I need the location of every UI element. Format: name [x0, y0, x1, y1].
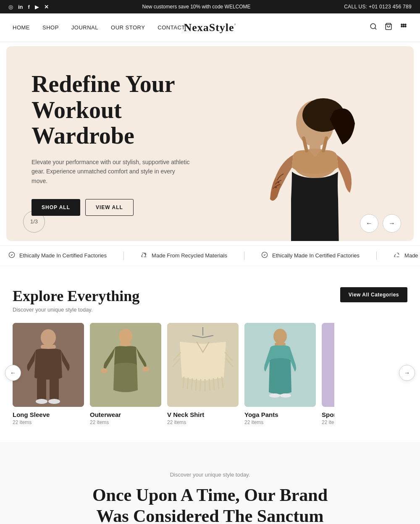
- brand-story-title: Once Upon A Time, Our Brand Was Consider…: [76, 485, 344, 524]
- facebook-icon[interactable]: f: [28, 4, 30, 10]
- svg-rect-22: [37, 377, 46, 401]
- cart-icon[interactable]: [385, 23, 392, 32]
- svg-point-29: [101, 368, 108, 373]
- svg-rect-52: [322, 323, 334, 407]
- category-count-3: 22 items: [244, 419, 316, 425]
- explore-header: Explore Everything Discover your unique …: [13, 287, 407, 313]
- search-icon[interactable]: [370, 23, 377, 32]
- top-bar: ◎ in f ▶ ✕ New customers save 10% with c…: [0, 0, 420, 13]
- hero-buttons[interactable]: SHOP ALL VIEW ALL: [32, 199, 200, 216]
- ticker-item-4: Made From Recycled Materials: [394, 252, 420, 260]
- nav-our-story[interactable]: OUR STORY: [111, 24, 145, 31]
- main-nav: HOME SHOP JOURNAL OUR STORY CONTACT Nexa…: [0, 13, 420, 42]
- svg-point-3: [401, 24, 402, 25]
- svg-point-14: [275, 186, 277, 188]
- ticker-text-3: Ethically Made In Certified Factories: [272, 252, 360, 259]
- hero-next-button[interactable]: →: [383, 214, 401, 233]
- category-img-outerwear: [90, 323, 161, 407]
- youtube-icon[interactable]: ▶: [35, 4, 39, 10]
- view-all-categories-button[interactable]: View All Categories: [340, 287, 407, 302]
- carousel-next-button[interactable]: →: [399, 365, 415, 381]
- ticker-text-2: Made From Recycled Materials: [152, 252, 227, 259]
- svg-line-34: [187, 377, 188, 389]
- category-card-yoga[interactable]: Yoga Pants 22 items: [244, 323, 316, 425]
- svg-line-35: [192, 378, 192, 390]
- category-card-outerwear[interactable]: Outerwear 22 items: [90, 323, 161, 425]
- hero-title: Redefine Your Workout Wardrobe: [32, 71, 200, 149]
- svg-line-33: [183, 377, 184, 388]
- nav-home[interactable]: HOME: [13, 24, 30, 31]
- category-card-long-sleeve[interactable]: Long Sleeve 22 items: [13, 323, 84, 425]
- category-img-yoga: [244, 323, 316, 407]
- category-card-vneck[interactable]: V Neck Shirt 22 items: [167, 323, 239, 425]
- svg-rect-21: [41, 345, 56, 349]
- category-img-sports: [322, 323, 334, 407]
- category-count-4: 22 items: [322, 419, 334, 425]
- svg-line-39: [209, 379, 210, 391]
- category-card-sports[interactable]: Sports 22 items: [322, 323, 334, 425]
- nav-icons[interactable]: [370, 23, 407, 32]
- svg-point-13: [278, 181, 279, 183]
- checkmark-icon-2: [261, 252, 268, 260]
- logo-mark: °: [234, 23, 236, 28]
- ticker-bar: Ethically Made In Certified Factories Ma…: [0, 245, 420, 266]
- category-name-4: Sports: [322, 411, 334, 418]
- linkedin-icon[interactable]: in: [18, 4, 23, 10]
- hero-title-line2: Workout Wardrobe: [32, 97, 134, 149]
- twitter-icon[interactable]: ✕: [44, 4, 49, 10]
- hero-subtitle: Elevate your performance with our stylis…: [32, 157, 191, 186]
- carousel-prev-button[interactable]: ←: [5, 365, 21, 381]
- svg-point-4: [403, 24, 404, 25]
- ticker-divider-1: [123, 252, 124, 260]
- view-all-button[interactable]: VIEW ALL: [85, 199, 134, 216]
- svg-line-1: [375, 28, 376, 29]
- ticker-item-1: Ethically Made In Certified Factories: [8, 252, 107, 260]
- shop-all-button[interactable]: SHOP ALL: [32, 199, 80, 216]
- nav-links[interactable]: HOME SHOP JOURNAL OUR STORY CONTACT: [13, 24, 185, 31]
- ticker-item-2: Made From Recycled Materials: [141, 252, 227, 260]
- category-grid: Long Sleeve 22 items: [13, 323, 407, 425]
- svg-point-7: [403, 26, 404, 27]
- promo-text: New customers save 10% with code WELCOME: [49, 4, 344, 10]
- category-count-1: 22 items: [90, 419, 161, 425]
- svg-point-5: [405, 24, 406, 25]
- nav-shop[interactable]: SHOP: [42, 24, 59, 31]
- category-count-2: 22 items: [167, 419, 239, 425]
- hero-content: Redefine Your Workout Wardrobe Elevate y…: [6, 46, 225, 241]
- nav-contact[interactable]: CONTACT: [158, 24, 185, 31]
- call-info: CALL US: +01 0123 456 789: [344, 4, 412, 10]
- logo-text: NexaStyle: [184, 21, 234, 34]
- site-logo[interactable]: NexaStyle°: [184, 21, 236, 34]
- category-name-1: Outerwear: [90, 411, 161, 418]
- hero-nav-arrows[interactable]: ← →: [360, 214, 401, 233]
- category-carousel: ←: [13, 323, 407, 425]
- nav-journal[interactable]: JOURNAL: [71, 24, 98, 31]
- recycle-icon-2: [394, 252, 400, 260]
- hero-prev-button[interactable]: ←: [360, 214, 378, 233]
- explore-section: Explore Everything Discover your unique …: [0, 266, 420, 442]
- svg-line-40: [213, 378, 214, 390]
- explore-subtitle: Discover your unique style today.: [13, 307, 139, 313]
- ticker-text-1: Ethically Made In Certified Factories: [19, 252, 107, 259]
- svg-point-51: [280, 393, 291, 398]
- brand-story-sub: Discover your unique style today.: [13, 472, 407, 478]
- social-links[interactable]: ◎ in f ▶ ✕: [8, 4, 49, 10]
- category-name-2: V Neck Shirt: [167, 411, 239, 418]
- svg-point-50: [269, 393, 280, 398]
- svg-rect-23: [50, 377, 59, 401]
- promo-message: New customers save 10% with code WELCOME: [142, 4, 250, 10]
- svg-point-48: [273, 329, 287, 344]
- svg-point-20: [41, 329, 56, 346]
- category-name-3: Yoga Pants: [244, 411, 316, 418]
- category-name-0: Long Sleeve: [13, 411, 84, 418]
- ticker-divider-2: [244, 252, 244, 260]
- recycle-icon-1: [141, 252, 147, 260]
- explore-title: Explore Everything: [13, 287, 139, 305]
- svg-point-25: [48, 399, 60, 404]
- svg-point-30: [142, 367, 149, 372]
- hero-title-line1: Redefine Your: [32, 71, 175, 97]
- brand-story-section: Discover your unique style today. Once U…: [0, 442, 420, 524]
- menu-grid-icon[interactable]: [400, 23, 407, 32]
- instagram-icon[interactable]: ◎: [8, 4, 13, 10]
- svg-line-36: [196, 379, 197, 391]
